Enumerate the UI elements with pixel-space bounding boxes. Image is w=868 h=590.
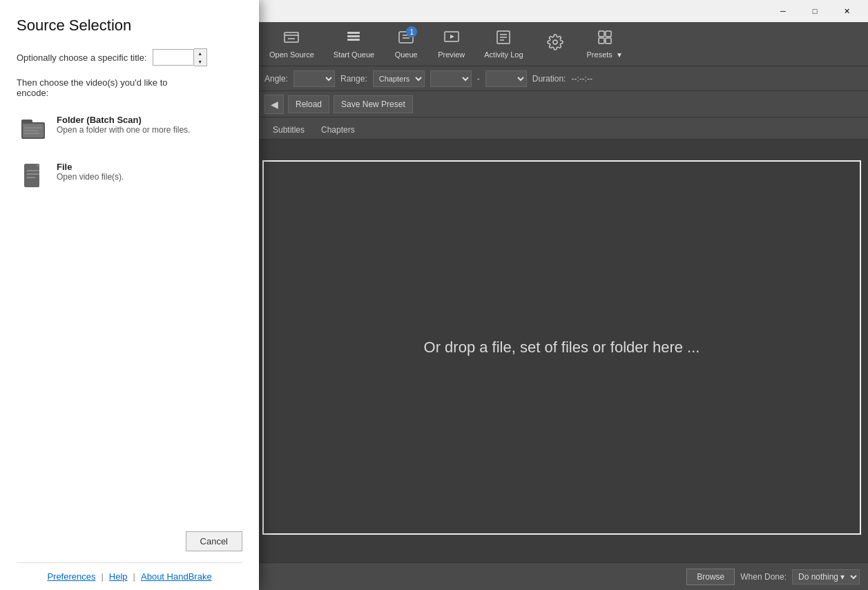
about-link[interactable]: About HandBrake [141, 571, 212, 582]
svg-rect-5 [347, 35, 360, 37]
svg-point-11 [553, 40, 557, 44]
reload-button[interactable]: Reload [288, 95, 329, 113]
range-label: Range: [340, 74, 367, 84]
duration-label: Duration: [532, 74, 566, 84]
svg-rect-14 [599, 38, 604, 44]
minimize-button[interactable]: ─ [767, 0, 799, 22]
tabs-row: Subtitles Chapters [259, 117, 868, 140]
activity-log-button[interactable]: Activity Log [476, 26, 531, 62]
save-preset-button[interactable]: Save New Preset [334, 95, 413, 113]
tab-chapters[interactable]: Chapters [313, 122, 363, 139]
folder-option-text: Folder (Batch Scan) Open a folder with o… [57, 115, 190, 135]
buttons-row: ◀ Reload Save New Preset [259, 91, 868, 117]
title-input[interactable] [153, 49, 194, 66]
range-end-select[interactable] [485, 70, 527, 87]
spinner-buttons: ▲ ▼ [194, 48, 207, 66]
presets-label: Presets ▼ [587, 50, 623, 59]
svg-marker-9 [450, 35, 454, 39]
window-controls: ─ □ ✕ [767, 0, 862, 22]
file-option-text: File Open video file(s). [57, 162, 124, 182]
dialog-title: Source Selection [17, 17, 242, 35]
svg-rect-22 [24, 164, 39, 187]
title-spinner: ▲ ▼ [153, 48, 207, 66]
back-button[interactable]: ◀ [264, 95, 284, 114]
maximize-button[interactable]: □ [799, 0, 831, 22]
queue-button[interactable]: 1 Queue [385, 26, 427, 62]
folder-option-title: Folder (Batch Scan) [57, 115, 190, 125]
svg-rect-15 [606, 38, 611, 44]
secondary-row: Angle: Range: Chapters - Duration: --:--… [259, 66, 868, 91]
svg-rect-4 [347, 32, 360, 34]
folder-option-desc: Open a folder with one or more files. [57, 125, 190, 135]
close-button[interactable]: ✕ [831, 0, 862, 22]
browse-button[interactable]: Browse [686, 569, 735, 585]
drop-zone[interactable]: Or drop a file, set of files or folder h… [262, 160, 861, 535]
title-chooser-row: Optionally choose a specific title: ▲ ▼ [17, 48, 242, 66]
file-option-title: File [57, 162, 124, 172]
source-dialog: Source Selection Optionally choose a spe… [0, 0, 259, 590]
open-source-icon [283, 29, 300, 49]
help-link[interactable]: Help [109, 571, 128, 582]
queue-label: Queue [395, 50, 418, 59]
drop-zone-text: Or drop a file, set of files or folder h… [424, 339, 700, 356]
preview-label: Preview [438, 50, 465, 59]
queue-badge: 1 [406, 26, 417, 37]
angle-label: Angle: [264, 74, 288, 84]
preview-button[interactable]: Preview [430, 26, 473, 62]
duration-value: --:--:-- [571, 74, 592, 84]
start-queue-icon [345, 29, 362, 49]
file-icon [19, 162, 47, 189]
folder-option[interactable]: Folder (Batch Scan) Open a folder with o… [17, 112, 242, 145]
dialog-footer: Preferences | Help | About HandBrake [17, 562, 242, 590]
range-start-select[interactable] [430, 70, 472, 87]
settings-icon [547, 34, 563, 54]
presets-button[interactable]: Presets ▼ [579, 26, 631, 62]
presets-arrow-icon: ▼ [616, 51, 623, 59]
footer-sep-2: | [133, 571, 135, 582]
preferences-link[interactable]: Preferences [47, 571, 95, 582]
svg-rect-17 [21, 120, 32, 124]
svg-rect-6 [347, 39, 360, 41]
file-option[interactable]: File Open video file(s). [17, 159, 242, 192]
open-source-button[interactable]: Open Source [261, 26, 322, 62]
spinner-up-button[interactable]: ▲ [194, 49, 206, 57]
presets-icon [597, 29, 613, 49]
queue-icon: 1 [398, 29, 414, 49]
spinner-down-button[interactable]: ▼ [194, 57, 206, 66]
range-dash: - [477, 74, 480, 84]
activity-log-icon [495, 29, 512, 49]
start-queue-button[interactable]: Start Queue [325, 26, 383, 62]
footer-sep-1: | [101, 571, 103, 582]
tab-subtitles[interactable]: Subtitles [264, 122, 313, 139]
settings-button[interactable] [534, 26, 576, 62]
range-select[interactable]: Chapters [373, 70, 425, 87]
svg-rect-13 [606, 31, 611, 37]
activity-log-label: Activity Log [484, 50, 523, 59]
file-option-desc: Open video file(s). [57, 172, 124, 182]
open-source-label: Open Source [269, 50, 314, 59]
preview-icon [443, 29, 460, 49]
choose-text: Then choose the video(s) you'd like toen… [17, 77, 242, 98]
cancel-row: Cancel [17, 520, 242, 562]
angle-select[interactable] [293, 70, 335, 87]
title-chooser-label: Optionally choose a specific title: [17, 53, 147, 63]
folder-icon [19, 115, 47, 142]
when-done-label: When Done: [740, 572, 787, 582]
svg-rect-12 [599, 31, 604, 37]
cancel-button[interactable]: Cancel [186, 531, 242, 551]
when-done-select[interactable]: Do nothing ▾ [792, 569, 860, 584]
start-queue-label: Start Queue [334, 50, 374, 59]
svg-rect-3 [284, 32, 298, 42]
